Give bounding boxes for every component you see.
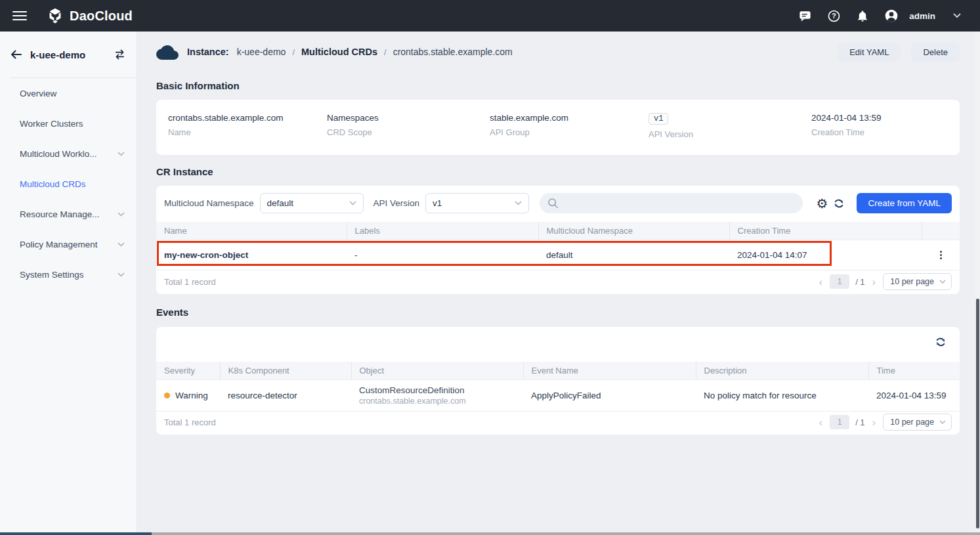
events-card: Severity K8s Component Object Event Name… [156,327,960,435]
events-pagination: Total 1 record ‹ 1 / 1 › 10 per page [156,410,960,435]
scrollbar-thumb[interactable] [976,299,979,528]
col-description[interactable]: Description [696,362,868,379]
sidebar-item-multicloud-workloads[interactable]: Multicloud Worklo... [0,139,137,169]
basic-info-title: Basic Information [156,80,240,91]
menu-hamburger-icon[interactable] [12,11,27,20]
col-namespace[interactable]: Multicloud Namespace [538,222,729,240]
svg-text:?: ? [832,12,836,20]
chat-icon[interactable] [798,9,812,23]
namespace-select[interactable]: default [260,193,364,213]
event-name-cell: ApplyPolicyFailed [523,379,696,411]
sidebar-item-resource-management[interactable]: Resource Manage... [0,199,137,229]
instance-cloud-icon [156,44,179,60]
cr-instance-card: Multicloud Namespace default API Version… [156,186,960,294]
user-menu-chevron-down-icon[interactable] [950,9,964,23]
breadcrumb-cluster[interactable]: k-uee-demo [237,47,286,57]
events-total-records: Total 1 record [164,417,216,427]
per-page-select[interactable]: 10 per page [883,414,952,431]
object-cell: CustomResourceDefinition crontabs.stable… [351,379,523,411]
delete-button[interactable]: Delete [911,43,960,62]
field-name-label: Name [168,127,327,137]
chevron-down-icon [117,272,125,277]
cr-pagination: Total 1 record ‹ 1 / 1 › 10 per page [156,269,960,294]
col-labels[interactable]: Labels [347,222,538,240]
breadcrumb-multicloud-crds[interactable]: Multicloud CRDs [301,47,377,57]
col-object[interactable]: Object [351,362,523,379]
time-cell: 2024-01-04 13:59 [868,379,960,411]
table-row[interactable]: my-new-cron-object - default 2024-01-04 … [156,240,960,270]
cr-name-cell[interactable]: my-new-cron-object [156,240,347,270]
help-icon[interactable]: ? [826,9,841,23]
cluster-name: k-uee-demo [30,49,114,60]
cluster-switch-icon[interactable] [114,49,126,60]
daocloud-logo-icon [47,7,64,24]
sidebar-item-overview[interactable]: Overview [0,78,137,108]
cr-creation-time-cell: 2024-01-04 14:07 [729,240,922,270]
field-name-value: crontabs.stable.example.com [168,113,327,123]
create-from-yaml-button[interactable]: Create from YAML [857,193,952,213]
page-of-text: / 1 [855,417,864,427]
col-time[interactable]: Time [868,362,960,379]
admin-username[interactable]: admin [909,11,935,21]
events-table: Severity K8s Component Object Event Name… [156,362,960,412]
sidebar-item-policy-management[interactable]: Policy Management [0,229,137,259]
table-row: Warning resource-detector CustomResource… [156,379,960,411]
basic-info-card: crontabs.stable.example.com Name Namespa… [156,100,960,155]
vertical-scrollbar[interactable] [975,32,980,532]
table-settings-gear-icon[interactable]: ⚙ [813,195,830,212]
brand-logo: DaoCloud [47,7,133,24]
topbar: DaoCloud ? admin [0,0,980,32]
search-input[interactable] [540,193,803,213]
next-page-icon[interactable]: › [871,417,878,428]
back-arrow-icon[interactable] [10,49,22,60]
api-version-select[interactable]: v1 [425,193,529,213]
col-creation-time[interactable]: Creation Time [729,222,922,240]
cr-labels-cell: - [347,240,538,270]
current-page-box[interactable]: 1 [830,415,849,429]
current-page-box[interactable]: 1 [830,274,849,289]
prev-page-icon[interactable]: ‹ [817,417,824,428]
notification-bell-icon[interactable] [855,9,870,23]
namespace-filter-label: Multicloud Namespace [164,198,254,208]
field-creation-time-value: 2024-01-04 13:59 [811,113,882,123]
prev-page-icon[interactable]: ‹ [817,276,824,288]
description-cell: No policy match for resource [696,379,868,411]
warning-status-dot [164,393,170,398]
cr-instance-table: Name Labels Multicloud Namespace Creatio… [156,222,960,270]
col-name[interactable]: Name [156,222,347,240]
page-of-text: / 1 [855,277,864,287]
next-page-icon[interactable]: › [871,276,878,288]
field-crd-scope-value: Namespaces [327,113,490,123]
field-api-version-label: API Version [649,129,811,139]
bottom-edge-strip [0,532,980,535]
sidebar: k-uee-demo Overview Worker Clusters Mult… [0,32,137,532]
edit-yaml-button[interactable]: Edit YAML [838,43,901,62]
field-api-group-label: API Group [490,127,649,137]
api-version-badge: v1 [649,113,668,125]
cr-instance-title: CR Instance [156,166,213,177]
events-title: Events [156,307,188,318]
sidebar-item-multicloud-crds[interactable]: Multicloud CRDs [0,169,137,199]
row-actions-kebab-icon[interactable] [935,251,947,259]
col-event-name[interactable]: Event Name [523,362,696,379]
refresh-icon[interactable] [830,195,847,212]
field-crd-scope-label: CRD Scope [327,127,490,137]
instance-label: Instance: [187,47,229,57]
severity-value: Warning [175,391,208,400]
breadcrumb-crd-name: crontabs.stable.example.com [393,47,513,57]
events-refresh-icon[interactable] [932,333,949,351]
chevron-down-icon [117,152,125,156]
user-avatar[interactable] [884,9,899,23]
chevron-down-icon [939,420,946,424]
sidebar-item-worker-clusters[interactable]: Worker Clusters [0,108,137,139]
search-icon [547,198,559,209]
col-severity[interactable]: Severity [156,362,220,379]
chevron-down-icon [117,242,125,247]
brand-name: DaoCloud [70,9,133,24]
chevron-down-icon [117,212,125,217]
chevron-down-icon [939,280,946,284]
col-k8s-component[interactable]: K8s Component [220,362,351,379]
sidebar-item-system-settings[interactable]: System Settings [0,259,137,289]
per-page-select[interactable]: 10 per page [883,273,952,290]
api-version-filter-label: API Version [373,198,420,208]
